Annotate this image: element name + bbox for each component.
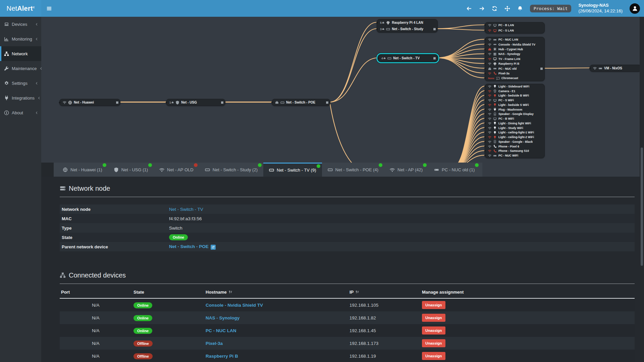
tab-label: Net - USG (1) xyxy=(121,167,148,172)
topo-node-vm[interactable]: VM - NixOS xyxy=(590,65,640,72)
topo-row-raspberry-pi-4-lan[interactable]: 5 Raspberry Pi 4 LAN xyxy=(377,19,437,26)
topo-row-light-bedside-s-wifi[interactable]: Light - bedside S WiFi xyxy=(485,103,544,107)
unassign-button[interactable]: Unassign xyxy=(422,326,445,335)
collapse-handle[interactable] xyxy=(433,57,436,60)
topo-row-nas-synology[interactable]: NAS - Synology xyxy=(485,52,544,56)
topo-row-speaker-google-display[interactable]: Speaker - Google Display xyxy=(485,112,544,117)
topo-row-pc-s-lan[interactable]: PC - S LAN xyxy=(485,28,544,33)
topo-row-camera-e1[interactable]: Camera - E1 xyxy=(485,89,544,94)
topo-node-tv[interactable]: 4 Net - Switch - TV xyxy=(378,55,438,62)
collapse-handle[interactable] xyxy=(540,67,543,70)
topo-node-usg[interactable]: 1 Net - USG xyxy=(166,99,225,106)
topo-row-light-bedside-b-wifi[interactable]: Light - bedside B WiFi xyxy=(485,94,544,98)
topo-node-clusterC[interactable]: Light - Sideboard WiFi Camera - E1 Light… xyxy=(485,84,545,158)
unassign-button[interactable]: Unassign xyxy=(422,339,445,347)
topo-node-clusterB[interactable]: PC - NUC LAN Console - Nvidia Shield TV … xyxy=(485,37,545,81)
logo-text: Net xyxy=(6,5,17,12)
topo-row-hub-cygnet-hub[interactable]: Hub - Cygnet Hub xyxy=(485,47,544,52)
eth-icon xyxy=(383,57,386,59)
topo-row-light-sideboard-wifi[interactable]: Light - Sideboard WiFi xyxy=(485,84,544,89)
topo-row-net-switch-study[interactable]: 3 Net - Switch - Study xyxy=(377,26,437,32)
topo-row-pc-nuc-wifi[interactable]: PC - NUC WiFi xyxy=(485,153,544,158)
topo-row-light-ceiling-light-2-wifi[interactable]: Light - ceiling-light-2 WiFi xyxy=(485,135,544,139)
app-logo[interactable]: NetAlertx xyxy=(0,0,41,17)
page-scrollbar[interactable] xyxy=(640,17,644,362)
pc-icon xyxy=(598,66,602,70)
arrow-left-button[interactable] xyxy=(466,6,472,11)
topo-row-tv-frame-lan[interactable]: TV - Frame LAN xyxy=(485,57,544,61)
topo-row-phone-pixel-6[interactable]: Phone - Pixel 6 xyxy=(485,144,544,149)
topo-row-chromecast[interactable]: None Chromecast xyxy=(485,76,544,80)
topo-row-net-switch-tv[interactable]: 4 Net - Switch - TV xyxy=(378,55,437,61)
tab-net-ap-old[interactable]: Net - AP OLD xyxy=(154,163,199,177)
sidebar-item-monitoring[interactable]: Monitoring xyxy=(0,32,41,46)
sidebar-item-settings[interactable]: Settings xyxy=(0,76,41,90)
hostname-link-console-nvidia-shield-tv[interactable]: Console - Nvidia Shield TV xyxy=(206,303,263,308)
hostname-cell: PC - NUC LAN xyxy=(206,328,350,333)
hostname-link-raspberry-pi-b[interactable]: Raspberry Pi B xyxy=(206,354,238,359)
parent-node-link[interactable]: Net - Switch - POE xyxy=(169,244,209,249)
tab-net-huawei-1[interactable]: Net - Huawei (1) xyxy=(57,163,108,177)
topo-node-huawei[interactable]: Net - Huawei xyxy=(59,99,120,106)
unassign-button[interactable]: Unassign xyxy=(422,314,445,322)
node-link-net-switch-tv[interactable]: Net - Switch - TV xyxy=(169,207,203,212)
tab-net-switch-study-2[interactable]: Net - Switch - Study (2) xyxy=(199,163,263,177)
topo-row-net-huawei[interactable]: Net - Huawei xyxy=(60,99,120,106)
refresh-button[interactable] xyxy=(492,6,497,11)
topo-row-net-switch-poe[interactable]: Net - Switch - POE xyxy=(272,99,330,106)
topo-row-vm-nixos[interactable]: VM - NixOS xyxy=(590,65,640,71)
sidebar-item-network[interactable]: Network xyxy=(0,46,41,61)
topo-row-light-study-wifi[interactable]: Light - Study WiFi xyxy=(485,126,544,130)
collapse-handle[interactable] xyxy=(116,101,119,104)
tab-net-usg-1[interactable]: Net - USG (1) xyxy=(108,163,154,177)
hostname-link-pixel-3a[interactable]: Pixel-3a xyxy=(206,341,223,346)
tab-net-switch-tv-9[interactable]: Net - Switch - TV (9) xyxy=(263,163,322,177)
wifi-icon xyxy=(593,66,597,70)
bell-button[interactable] xyxy=(517,6,523,11)
sort-icon xyxy=(228,290,232,294)
unassign-button[interactable]: Unassign xyxy=(422,301,445,309)
topo-row-pc-b-wifi[interactable]: PC - B WiFi xyxy=(485,116,544,121)
network-topology-canvas[interactable]: Net - Huawei 1 Net - USG Net - Switch - … xyxy=(41,17,640,163)
hostname-link-pc-nuc-lan[interactable]: PC - NUC LAN xyxy=(206,328,236,333)
topo-row-console-nvidia-shield-tv[interactable]: Console - Nvidia Shield TV xyxy=(485,42,544,47)
scrollbar-thumb[interactable] xyxy=(641,147,643,266)
topo-row-raspberry-pi-b[interactable]: Raspberry Pi B xyxy=(485,61,544,66)
sitemap-icon xyxy=(4,51,9,56)
bulb-icon xyxy=(493,103,497,107)
tab-net-switch-poe-4[interactable]: Net - Switch - POE (4) xyxy=(322,163,384,177)
sidebar-item-devices[interactable]: Devices xyxy=(0,17,41,32)
arrow-right-button[interactable] xyxy=(479,6,485,11)
sidebar-item-maintenance[interactable]: Maintenance xyxy=(0,61,41,76)
sidebar-item-integrations[interactable]: Integrations xyxy=(0,90,41,105)
unassign-button[interactable]: Unassign xyxy=(422,352,445,360)
topo-row-net-usg[interactable]: 1 Net - USG xyxy=(166,99,225,106)
sidebar-toggle-button[interactable] xyxy=(46,6,52,11)
hostname-link-nas-synology[interactable]: NAS - Synology xyxy=(206,315,239,320)
open-parent-button[interactable] xyxy=(211,245,216,250)
topo-row-pc-nuc-old[interactable]: PC - NUC old xyxy=(485,66,544,71)
move-button[interactable] xyxy=(504,6,510,11)
collapse-handle[interactable] xyxy=(326,101,329,104)
topo-row-plug-washroom[interactable]: Plug - Washroom xyxy=(485,107,544,112)
topo-row-phone-samsung-s10[interactable]: Phone - Samsung S10 xyxy=(485,149,544,154)
topo-node-poe[interactable]: Net - Switch - POE xyxy=(272,99,330,106)
topo-node-clusterA[interactable]: PC - B LAN PC - S LAN xyxy=(485,22,545,34)
topo-row-pc-s-wifi[interactable]: PC - S WiFi xyxy=(485,98,544,103)
hub-icon xyxy=(493,47,497,51)
topo-node-rpistudy[interactable]: 5 Raspberry Pi 4 LAN 3 Net - Switch - St… xyxy=(377,19,438,33)
tab-net-ap-42[interactable]: Net - AP (42) xyxy=(384,163,428,177)
topo-row-pixel-3a[interactable]: Pixel-3a xyxy=(485,71,544,76)
topo-row-speaker-google-black[interactable]: Speaker - Google - Black xyxy=(485,139,544,144)
column-header-ip[interactable]: IP xyxy=(350,290,422,295)
topo-row-light-dining-light-wifi[interactable]: Light - Dining light WiFi xyxy=(485,121,544,126)
topo-row-light-ceiling-light-1-wifi[interactable]: Light - ceiling-light-1 WiFi xyxy=(485,130,544,135)
topo-row-pc-nuc-lan[interactable]: PC - NUC LAN xyxy=(485,37,544,42)
sidebar-item-about[interactable]: About xyxy=(0,105,41,120)
user-avatar[interactable] xyxy=(630,3,640,14)
column-header-hostname[interactable]: Hostname xyxy=(206,290,350,295)
collapse-handle[interactable] xyxy=(221,101,224,104)
collapse-handle[interactable] xyxy=(433,27,436,31)
topo-row-pc-b-lan[interactable]: PC - B LAN xyxy=(485,22,544,28)
tab-pc-nuc-old-1[interactable]: PC - NUC old (1) xyxy=(428,163,480,177)
